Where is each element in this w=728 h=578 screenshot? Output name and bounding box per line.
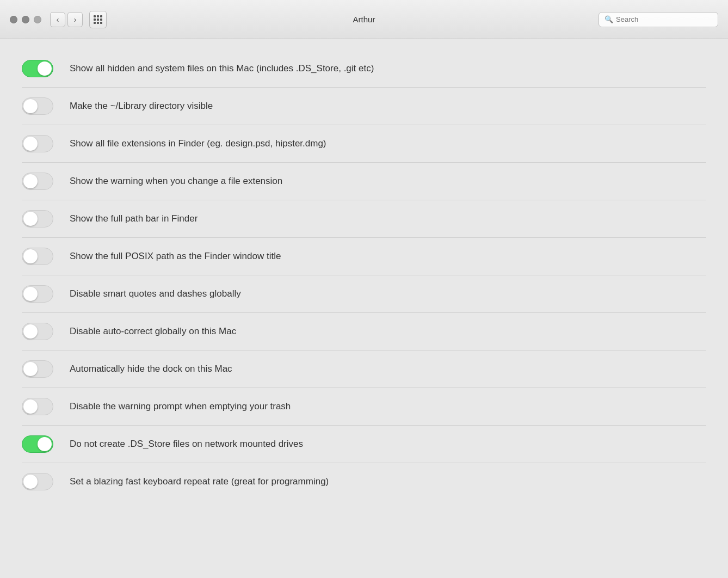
- toggle-track-12: [22, 473, 53, 490]
- toggle-track-2: [22, 97, 53, 115]
- toggle-track-6: [22, 248, 53, 265]
- toggle-track-5: [22, 210, 53, 227]
- toggle-label-2: Make the ~/Library directory visible: [70, 100, 213, 113]
- settings-row: Do not create .DS_Store files on network…: [22, 426, 706, 463]
- toggle-thumb-12: [23, 475, 38, 489]
- toggle-thumb-4: [23, 174, 38, 188]
- toggle-track-8: [22, 323, 53, 340]
- toggle-label-12: Set a blazing fast keyboard repeat rate …: [70, 475, 329, 488]
- toggle-thumb-6: [23, 249, 38, 263]
- forward-button[interactable]: ›: [67, 12, 83, 27]
- toggle-switch-12[interactable]: [22, 473, 53, 490]
- toggle-thumb-5: [23, 212, 38, 226]
- toggle-track-7: [22, 285, 53, 303]
- titlebar: ‹ › Arthur 🔍: [0, 0, 728, 39]
- toggle-thumb-9: [23, 362, 38, 376]
- toggle-thumb-10: [23, 399, 38, 414]
- toggle-switch-2[interactable]: [22, 97, 53, 115]
- toggle-thumb-2: [23, 99, 38, 113]
- grid-view-button[interactable]: [89, 11, 107, 28]
- settings-row: Show all file extensions in Finder (eg. …: [22, 125, 706, 162]
- toggle-label-6: Show the full POSIX path as the Finder w…: [70, 250, 281, 263]
- toggle-thumb-7: [23, 287, 38, 301]
- toggle-switch-1[interactable]: [22, 60, 53, 77]
- toggle-switch-9[interactable]: [22, 360, 53, 378]
- search-box[interactable]: 🔍: [599, 12, 718, 27]
- toggle-switch-7[interactable]: [22, 285, 53, 303]
- toggle-track-1: [22, 60, 53, 77]
- toggle-thumb-11: [38, 437, 52, 451]
- toggle-label-9: Automatically hide the dock on this Mac: [70, 362, 232, 376]
- toggle-switch-4[interactable]: [22, 173, 53, 190]
- settings-row: Disable smart quotes and dashes globally: [22, 275, 706, 312]
- settings-row: Show the full path bar in Finder: [22, 200, 706, 237]
- toggle-thumb-8: [23, 324, 38, 339]
- settings-row: Disable auto-correct globally on this Ma…: [22, 313, 706, 350]
- maximize-button[interactable]: [34, 16, 41, 23]
- close-button[interactable]: [10, 16, 17, 23]
- window-title: Arthur: [353, 15, 375, 24]
- toggle-track-3: [22, 135, 53, 152]
- window-controls: [10, 16, 41, 23]
- toggle-switch-5[interactable]: [22, 210, 53, 227]
- settings-row: Disable the warning prompt when emptying…: [22, 388, 706, 425]
- settings-row: Show the warning when you change a file …: [22, 163, 706, 200]
- toggle-switch-3[interactable]: [22, 135, 53, 152]
- settings-row: Make the ~/Library directory visible: [22, 88, 706, 125]
- settings-row: Show all hidden and system files on this…: [22, 50, 706, 87]
- settings-row: Show the full POSIX path as the Finder w…: [22, 238, 706, 275]
- toggle-label-3: Show all file extensions in Finder (eg. …: [70, 137, 326, 150]
- nav-buttons: ‹ ›: [50, 12, 83, 27]
- toggle-switch-11[interactable]: [22, 435, 53, 453]
- toggle-label-5: Show the full path bar in Finder: [70, 212, 198, 225]
- settings-row: Automatically hide the dock on this Mac: [22, 351, 706, 388]
- search-input[interactable]: [616, 15, 712, 23]
- toggle-track-9: [22, 360, 53, 378]
- minimize-button[interactable]: [22, 16, 29, 23]
- grid-icon: [94, 15, 102, 24]
- toggle-track-11: [22, 435, 53, 453]
- toggle-thumb-3: [23, 137, 38, 151]
- toggle-switch-6[interactable]: [22, 248, 53, 265]
- search-icon: 🔍: [604, 15, 613, 23]
- toggle-label-10: Disable the warning prompt when emptying…: [70, 400, 291, 413]
- toggle-label-8: Disable auto-correct globally on this Ma…: [70, 325, 236, 338]
- toggle-label-4: Show the warning when you change a file …: [70, 175, 282, 188]
- toggle-switch-10[interactable]: [22, 398, 53, 415]
- toggle-switch-8[interactable]: [22, 323, 53, 340]
- toggle-label-11: Do not create .DS_Store files on network…: [70, 438, 303, 451]
- back-button[interactable]: ‹: [50, 12, 65, 27]
- settings-content: Show all hidden and system files on this…: [0, 39, 728, 578]
- toggle-track-4: [22, 173, 53, 190]
- toggle-label-1: Show all hidden and system files on this…: [70, 62, 374, 75]
- toggle-thumb-1: [38, 62, 52, 76]
- toggle-label-7: Disable smart quotes and dashes globally: [70, 287, 241, 300]
- toggle-track-10: [22, 398, 53, 415]
- settings-row: Set a blazing fast keyboard repeat rate …: [22, 463, 706, 500]
